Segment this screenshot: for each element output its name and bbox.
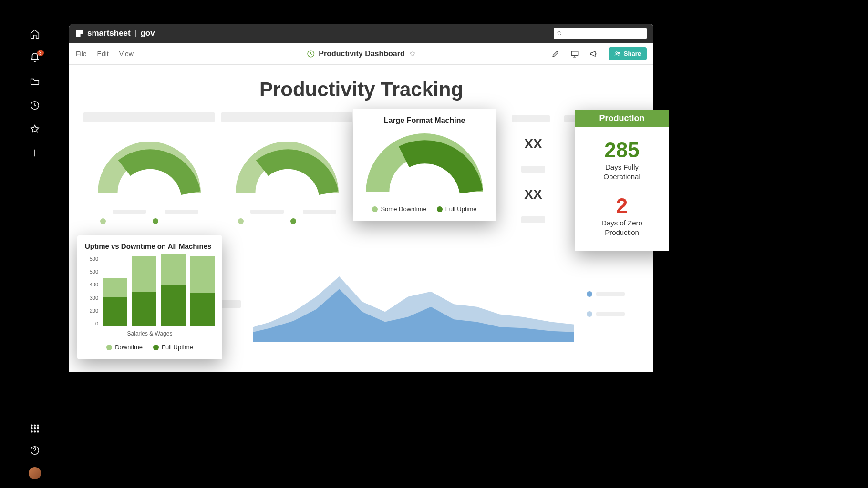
- svg-point-2: [34, 425, 35, 426]
- brand: smartsheet | gov: [76, 29, 155, 38]
- placeholder-bar: [303, 210, 336, 214]
- placeholder-bar: [165, 210, 198, 214]
- placeholder-bar: [521, 166, 545, 173]
- notifications-icon[interactable]: 3: [30, 52, 40, 63]
- announce-icon[interactable]: [589, 50, 598, 58]
- search-input[interactable]: [554, 28, 647, 39]
- stat-column: XX XX: [512, 112, 555, 233]
- present-icon[interactable]: [570, 50, 579, 58]
- legend-dot-icon: [238, 218, 244, 224]
- menubar: File Edit View Productivity Dashboard Sh…: [69, 43, 653, 65]
- bar: [161, 254, 186, 326]
- bar: [190, 256, 215, 326]
- x-axis-label: Salaries & Wages: [85, 330, 215, 337]
- avatar[interactable]: [29, 467, 41, 479]
- titlebar: smartsheet | gov: [69, 24, 653, 43]
- bars-area: [103, 255, 215, 326]
- favorites-icon[interactable]: [30, 124, 40, 134]
- area-chart: [253, 261, 574, 342]
- share-label: Share: [624, 50, 641, 57]
- legend-dot-icon: [153, 345, 159, 350]
- card-uptime-vs-downtime: Uptime vs Downtime on All Machines 50050…: [77, 235, 222, 359]
- menu-file[interactable]: File: [76, 50, 87, 58]
- stat-value: XX: [512, 187, 555, 202]
- stat-days-operational: 285: [579, 140, 664, 161]
- legend-dot-icon: [100, 218, 106, 224]
- legend-label: Full Uptime: [445, 205, 477, 213]
- svg-point-7: [31, 431, 32, 432]
- area-legend: [587, 286, 639, 317]
- document-title-text: Productivity Dashboard: [319, 50, 404, 58]
- gauge-legend: [238, 210, 336, 233]
- stat-label: Days FullyOperational: [579, 163, 664, 181]
- legend-dot-icon: [437, 206, 443, 212]
- legend-label: Some Downtime: [381, 205, 426, 213]
- placeholder-bar: [221, 112, 352, 122]
- placeholder-bar: [113, 210, 146, 214]
- brand-divider: |: [134, 29, 137, 38]
- menu-edit[interactable]: Edit: [97, 50, 109, 58]
- people-icon: [614, 51, 621, 57]
- svg-point-15: [618, 52, 620, 53]
- legend-dot-icon: [106, 345, 112, 350]
- placeholder-bar: [596, 312, 625, 316]
- legend-dot-icon: [290, 218, 296, 224]
- legend-dot-icon: [587, 291, 592, 297]
- svg-rect-13: [571, 51, 578, 55]
- card-large-format-machine: Large Format Machine Some Downtime Full …: [353, 109, 496, 221]
- stat-value: XX: [512, 136, 555, 152]
- gauge-chart: [362, 133, 486, 198]
- placeholder-bar: [521, 216, 545, 223]
- card-legend: Downtime Full Uptime: [85, 344, 215, 351]
- svg-point-9: [37, 431, 39, 432]
- svg-point-5: [34, 428, 35, 429]
- card-production: Production 285 Days FullyOperational 2 D…: [575, 110, 669, 251]
- card-header: Production: [575, 110, 669, 127]
- bar-chart: 5005004003002000: [85, 255, 215, 326]
- card-legend: Some Downtime Full Uptime: [362, 205, 487, 213]
- svg-point-14: [616, 51, 618, 53]
- gauge-widget-1: [83, 112, 215, 233]
- legend-dot-icon: [587, 311, 592, 317]
- help-icon[interactable]: [30, 445, 40, 456]
- share-button[interactable]: Share: [609, 47, 647, 60]
- legend-label: Full Uptime: [162, 344, 193, 351]
- brand-suffix: gov: [140, 29, 155, 38]
- legend-label: Downtime: [115, 344, 143, 351]
- apps-icon[interactable]: [30, 423, 40, 434]
- pencil-icon[interactable]: [551, 50, 560, 58]
- home-icon[interactable]: [30, 29, 40, 39]
- notification-badge: 3: [37, 50, 44, 56]
- placeholder-bar: [250, 210, 284, 214]
- card-title: Large Format Machine: [362, 116, 487, 125]
- gauge-legend: [100, 210, 198, 233]
- add-icon[interactable]: [30, 148, 40, 158]
- brand-name: smartsheet: [87, 29, 131, 38]
- placeholder-bar: [83, 112, 215, 122]
- bar: [103, 278, 127, 326]
- brand-logo-icon: [76, 30, 83, 37]
- menu-view[interactable]: View: [119, 50, 134, 58]
- folder-icon[interactable]: [30, 76, 40, 87]
- svg-point-8: [34, 431, 35, 432]
- legend-dot-icon: [153, 218, 158, 224]
- svg-point-3: [37, 425, 39, 426]
- page-title: Productivity Tracking: [83, 78, 639, 101]
- svg-point-11: [558, 31, 560, 34]
- gauge-widget-2: [221, 112, 352, 233]
- dashboard-icon: [306, 50, 315, 58]
- placeholder-bar: [512, 115, 550, 122]
- gauge-chart: [94, 141, 204, 198]
- card-title: Uptime vs Downtime on All Machines: [85, 242, 215, 250]
- svg-point-4: [31, 428, 32, 429]
- left-nav-rail: 3: [0, 0, 69, 488]
- star-icon[interactable]: [409, 50, 416, 58]
- gauge-chart: [232, 141, 342, 198]
- stat-label: Days of ZeroProduction: [579, 218, 664, 237]
- stat-days-zero: 2: [579, 195, 664, 216]
- svg-point-1: [31, 425, 32, 426]
- recent-icon[interactable]: [30, 100, 40, 111]
- placeholder-bar: [596, 292, 625, 296]
- search-icon: [557, 30, 562, 36]
- y-axis: 5005004003002000: [85, 255, 98, 326]
